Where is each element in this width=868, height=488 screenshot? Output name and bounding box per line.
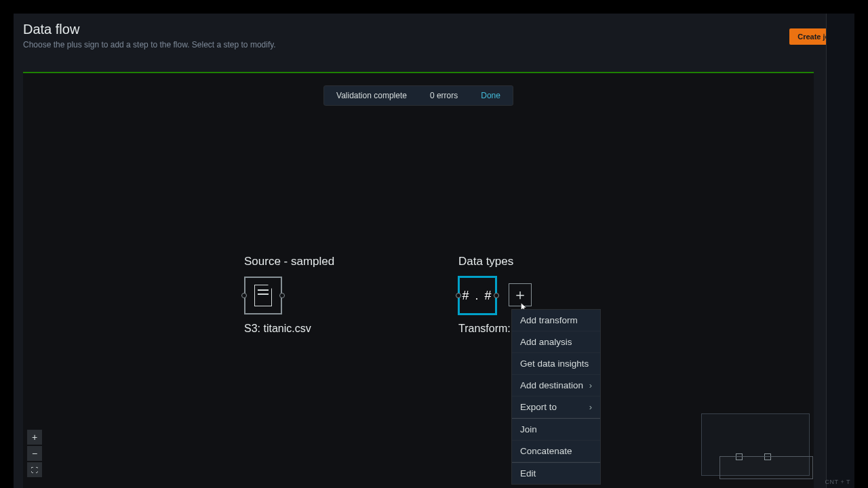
node-context-menu: Add transform Add analysis Get data insi… xyxy=(511,309,601,485)
menu-join[interactable]: Join xyxy=(512,418,600,441)
menu-add-destination[interactable]: Add destination› xyxy=(512,375,600,396)
header-text: Data flow Choose the plus sign to add a … xyxy=(23,22,276,49)
menu-concatenate[interactable]: Concatenate xyxy=(512,441,600,462)
menu-get-data-insights[interactable]: Get data insights xyxy=(512,353,600,375)
page-subtitle: Choose the plus sign to add a step to th… xyxy=(23,40,276,49)
zoom-fit-button[interactable]: ⛶ xyxy=(27,462,42,477)
plus-icon: ＋ xyxy=(513,285,528,305)
zoom-out-button[interactable]: − xyxy=(27,446,42,461)
flow-connectors xyxy=(23,73,226,175)
validation-toast: Validation complete 0 errors Done xyxy=(323,85,513,106)
node-source-title: Source - sampled xyxy=(244,255,334,268)
right-rail xyxy=(826,14,854,488)
node-source-subtitle: S3: titanic.csv xyxy=(244,323,334,335)
node-port-out[interactable] xyxy=(279,293,285,298)
zoom-controls: + − ⛶ xyxy=(27,430,42,477)
app-frame: Data flow Choose the plus sign to add a … xyxy=(14,14,854,488)
database-file-icon xyxy=(254,285,272,306)
node-types-title: Data types xyxy=(458,255,513,268)
validation-status: Validation complete xyxy=(336,91,407,100)
flow-canvas[interactable]: Validation complete 0 errors Done Source… xyxy=(23,72,814,488)
menu-add-analysis[interactable]: Add analysis xyxy=(512,331,600,353)
hash-icon: # . # xyxy=(462,289,492,303)
validation-error-count: 0 errors xyxy=(430,91,458,100)
page-header: Data flow Choose the plus sign to add a … xyxy=(14,14,854,55)
node-port-in[interactable] xyxy=(241,293,247,298)
node-data-types[interactable]: Data types # . # Transform: xyxy=(458,255,513,335)
menu-edit[interactable]: Edit xyxy=(512,462,600,484)
node-port-out[interactable] xyxy=(494,293,499,298)
chevron-right-icon: › xyxy=(589,380,592,390)
minimap[interactable] xyxy=(701,413,810,476)
menu-export-to[interactable]: Export to› xyxy=(512,396,600,418)
node-source-box[interactable] xyxy=(244,277,282,314)
validation-done-link[interactable]: Done xyxy=(481,91,500,100)
node-types-box[interactable]: # . # xyxy=(458,277,496,314)
add-step-button[interactable]: ＋ xyxy=(509,283,532,306)
chevron-right-icon: › xyxy=(589,402,592,412)
zoom-in-button[interactable]: + xyxy=(27,430,42,445)
node-port-in[interactable] xyxy=(456,293,461,298)
node-source[interactable]: Source - sampled S3: titanic.csv xyxy=(244,255,334,335)
minimap-viewport[interactable] xyxy=(719,456,813,479)
page-title: Data flow xyxy=(23,22,276,37)
footer-hint: CNT + T xyxy=(825,479,850,485)
menu-add-transform[interactable]: Add transform xyxy=(512,310,600,331)
node-types-subtitle: Transform: xyxy=(458,323,513,335)
